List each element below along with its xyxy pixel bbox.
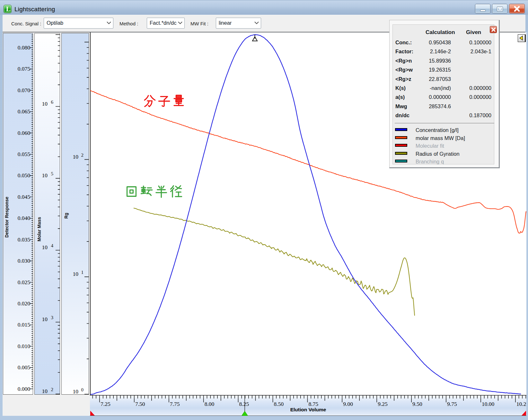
svg-text:0.060: 0.060 [18, 130, 31, 136]
svg-text:2: 2 [51, 387, 54, 392]
svg-text:1: 1 [81, 270, 84, 275]
svg-text:10: 10 [42, 388, 48, 394]
svg-text:10: 10 [42, 172, 48, 179]
svg-text:9.00: 9.00 [343, 401, 353, 407]
svg-text:8.25: 8.25 [239, 401, 249, 407]
svg-text:10: 10 [73, 388, 79, 395]
svg-text:5: 5 [51, 171, 54, 176]
svg-text:0.030: 0.030 [18, 258, 31, 264]
svg-text:7.25: 7.25 [101, 401, 110, 407]
svg-text:0.010: 0.010 [18, 343, 31, 349]
svg-text:6: 6 [51, 100, 54, 105]
svg-text:0.035: 0.035 [18, 236, 31, 243]
svg-text:0: 0 [81, 387, 84, 392]
svg-text:10.00: 10.00 [482, 401, 495, 407]
svg-text:10: 10 [73, 153, 79, 160]
svg-text:10: 10 [42, 101, 48, 107]
svg-text:9.25: 9.25 [378, 401, 388, 407]
svg-text:0.005: 0.005 [18, 364, 31, 371]
svg-text:0.070: 0.070 [18, 87, 31, 93]
svg-text:7.75: 7.75 [170, 401, 180, 407]
svg-text:9.75: 9.75 [447, 401, 457, 407]
svg-text:10: 10 [73, 271, 79, 277]
svg-text:8.50: 8.50 [274, 401, 284, 407]
svg-text:0.040: 0.040 [18, 215, 31, 221]
svg-text:10: 10 [42, 244, 48, 250]
svg-text:0.080: 0.080 [18, 44, 31, 51]
svg-text:0.015: 0.015 [18, 321, 31, 328]
svg-text:7.50: 7.50 [135, 401, 145, 407]
svg-text:0.075: 0.075 [18, 66, 31, 72]
svg-text:0.065: 0.065 [18, 108, 31, 115]
svg-text:8.75: 8.75 [308, 401, 318, 407]
svg-text:9.50: 9.50 [412, 401, 422, 407]
svg-text:0.025: 0.025 [18, 279, 31, 285]
svg-text:0.055: 0.055 [18, 151, 31, 157]
svg-text:4: 4 [51, 243, 54, 248]
svg-text:0.050: 0.050 [18, 172, 31, 179]
svg-text:8.00: 8.00 [205, 401, 215, 407]
svg-text:0.000: 0.000 [18, 386, 31, 392]
svg-text:0.045: 0.045 [18, 194, 31, 200]
svg-text:10: 10 [42, 316, 48, 322]
svg-text:3: 3 [51, 315, 54, 320]
svg-text:2: 2 [81, 153, 84, 158]
svg-text:0.020: 0.020 [18, 300, 31, 307]
